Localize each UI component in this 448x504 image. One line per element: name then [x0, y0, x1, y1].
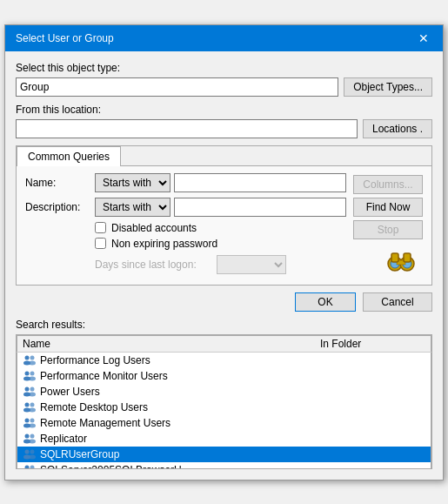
svg-point-27: [25, 433, 30, 438]
object-type-row: Object Types...: [16, 77, 432, 97]
svg-point-33: [30, 449, 35, 454]
svg-point-14: [29, 376, 36, 380]
tab-common-queries[interactable]: Common Queries: [17, 146, 121, 166]
table-container: Name In Folder Performance Log Users Per…: [16, 334, 432, 469]
svg-point-35: [25, 465, 30, 468]
non-expiring-row: Non expiring password: [95, 238, 346, 250]
stop-button[interactable]: Stop: [353, 220, 423, 239]
object-types-button[interactable]: Object Types...: [344, 77, 432, 97]
svg-point-26: [29, 423, 36, 427]
group-icon: [23, 464, 37, 468]
disabled-accounts-checkbox[interactable]: [95, 222, 106, 233]
svg-point-9: [30, 355, 35, 360]
table-row[interactable]: Power Users: [17, 384, 431, 400]
right-buttons: Columns... Find Now Stop: [353, 173, 423, 278]
desc-label: Description:: [25, 201, 95, 213]
name-value-input[interactable]: [174, 173, 346, 192]
svg-point-7: [25, 355, 30, 360]
table-row[interactable]: SQLRUserGroup: [17, 447, 431, 462]
svg-point-31: [25, 449, 30, 454]
col-name-header: Name: [17, 335, 316, 352]
row-name: Remote Management Users: [40, 417, 171, 429]
svg-point-13: [30, 371, 35, 375]
location-input[interactable]: [16, 119, 358, 138]
close-button[interactable]: ✕: [415, 32, 432, 44]
ok-button[interactable]: OK: [295, 292, 356, 312]
group-icon: [23, 386, 37, 398]
group-icon: [23, 354, 37, 366]
row-name: Replicator: [40, 433, 87, 445]
svg-point-37: [30, 465, 35, 468]
disabled-accounts-label: Disabled accounts: [111, 222, 197, 234]
table-scroll[interactable]: Name In Folder Performance Log Users Per…: [17, 335, 431, 468]
ok-cancel-row: OK Cancel: [16, 292, 432, 312]
row-folder: [315, 447, 431, 462]
desc-value-input[interactable]: [174, 198, 346, 217]
panel-content: Name: Starts with Description: Starts wi…: [17, 166, 431, 285]
svg-rect-5: [391, 253, 398, 262]
dialog-body: Select this object type: Object Types...…: [5, 51, 443, 480]
row-name: SQLServer2005SQLBrowserU...: [40, 464, 191, 468]
row-folder: [315, 352, 431, 368]
table-row[interactable]: Performance Monitor Users: [17, 368, 431, 384]
row-name: Remote Desktop Users: [40, 401, 148, 413]
find-now-button[interactable]: Find Now: [353, 198, 423, 217]
desc-operator-select[interactable]: Starts with: [95, 198, 171, 217]
title-bar: Select User or Group ✕: [5, 25, 443, 51]
table-row[interactable]: SQLServer2005SQLBrowserU...: [17, 462, 431, 468]
group-icon: [23, 401, 37, 413]
svg-point-17: [30, 386, 35, 391]
svg-point-18: [29, 392, 36, 396]
row-name: Power Users: [40, 386, 100, 398]
svg-point-10: [29, 360, 36, 365]
search-icon-area: [379, 243, 423, 278]
col-folder-header: In Folder: [315, 335, 431, 352]
table-row[interactable]: Replicator: [17, 431, 431, 447]
group-icon: [23, 417, 37, 429]
select-user-dialog: Select User or Group ✕ Select this objec…: [4, 24, 444, 480]
group-icon: [23, 433, 37, 445]
table-row[interactable]: Remote Management Users: [17, 415, 431, 431]
tab-bar: Common Queries: [17, 146, 431, 166]
svg-point-23: [25, 418, 30, 422]
common-queries-panel: Common Queries Name: Starts with: [16, 145, 432, 286]
dialog-title: Select User or Group: [16, 32, 114, 44]
row-name: SQLRUserGroup: [40, 448, 119, 460]
table-row[interactable]: Performance Log Users: [17, 352, 431, 368]
row-folder: [315, 368, 431, 384]
non-expiring-label: Non expiring password: [111, 238, 217, 250]
location-label: From this location:: [16, 104, 432, 116]
days-row: Days since last logon:: [25, 255, 346, 274]
object-type-label: Select this object type:: [16, 62, 432, 74]
row-folder: [315, 384, 431, 400]
days-select[interactable]: [217, 255, 286, 274]
svg-point-29: [30, 433, 35, 438]
row-name: Performance Monitor Users: [40, 370, 168, 382]
svg-point-21: [30, 402, 35, 407]
columns-button[interactable]: Columns...: [353, 175, 423, 194]
row-name: Performance Log Users: [40, 354, 150, 366]
svg-point-34: [29, 454, 36, 459]
group-icon: [23, 448, 37, 460]
row-folder: [315, 400, 431, 415]
location-row: Locations .: [16, 119, 432, 138]
table-row[interactable]: Remote Desktop Users: [17, 400, 431, 415]
name-row: Name: Starts with: [25, 173, 346, 192]
name-operator-select[interactable]: Starts with: [95, 173, 171, 192]
cancel-button[interactable]: Cancel: [363, 292, 432, 312]
binoculars-icon: [385, 245, 417, 276]
row-folder: [315, 431, 431, 447]
object-type-input[interactable]: [16, 77, 338, 97]
search-results-label: Search results:: [16, 319, 432, 331]
svg-point-30: [29, 439, 36, 443]
row-folder: [315, 462, 431, 468]
non-expiring-checkbox[interactable]: [95, 238, 106, 249]
svg-point-25: [30, 418, 35, 422]
locations-button[interactable]: Locations .: [363, 119, 432, 138]
svg-rect-6: [404, 253, 411, 262]
panel-inner: Name: Starts with Description: Starts wi…: [25, 173, 423, 278]
svg-point-22: [29, 407, 36, 412]
name-label: Name:: [25, 177, 95, 189]
days-label: Days since last logon:: [95, 259, 217, 271]
disabled-accounts-row: Disabled accounts: [95, 222, 346, 234]
